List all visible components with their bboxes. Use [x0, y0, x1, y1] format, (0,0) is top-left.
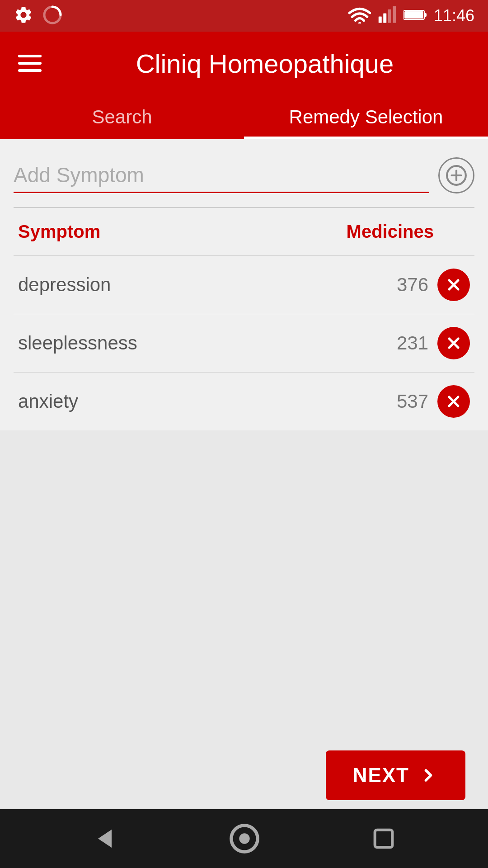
row-right: 376 — [397, 269, 470, 301]
symptom-label: depression — [18, 274, 111, 296]
next-button[interactable]: NEXT — [326, 750, 465, 800]
menu-icon[interactable] — [18, 55, 42, 72]
plus-icon — [445, 164, 468, 187]
table-header: Symptom Medicines — [14, 208, 474, 255]
svg-rect-2 — [379, 17, 382, 23]
medicine-count: 537 — [397, 391, 428, 412]
remove-button[interactable] — [437, 327, 470, 359]
chevron-right-icon — [418, 765, 438, 785]
main-content: Symptom Medicines depression 376 sleeple… — [0, 139, 488, 430]
empty-area — [0, 430, 488, 792]
status-bar: 11:46 — [0, 0, 488, 32]
row-right: 231 — [397, 327, 470, 359]
medicine-count: 231 — [397, 332, 428, 354]
wifi-icon — [348, 6, 371, 25]
search-input-row — [14, 157, 474, 198]
svg-rect-4 — [388, 9, 391, 23]
nav-home-button[interactable] — [229, 823, 260, 854]
symptom-label: sleeplessness — [18, 332, 137, 354]
tab-search[interactable]: Search — [0, 95, 244, 139]
status-time: 11:46 — [434, 6, 474, 25]
remove-button[interactable] — [437, 385, 470, 418]
signal-icon — [378, 5, 397, 26]
home-circle-icon — [229, 823, 260, 854]
nav-back-button[interactable] — [91, 825, 118, 852]
spinner-icon — [42, 5, 62, 27]
status-bar-right: 11:46 — [348, 5, 474, 26]
svg-rect-7 — [404, 11, 423, 19]
bottom-nav — [0, 809, 488, 868]
svg-rect-8 — [424, 13, 427, 17]
svg-marker-18 — [98, 830, 112, 848]
table-row: anxiety 537 — [14, 372, 474, 430]
close-icon — [445, 334, 463, 352]
remove-button[interactable] — [437, 269, 470, 301]
symptom-label: anxiety — [18, 391, 78, 412]
medicine-count: 376 — [397, 274, 428, 296]
tab-remedy-selection[interactable]: Remedy Selection — [244, 95, 488, 139]
recents-icon — [371, 826, 397, 852]
header-symptom: Symptom — [18, 222, 100, 242]
add-symptom-button[interactable] — [438, 157, 474, 193]
svg-point-1 — [358, 22, 361, 24]
symptom-table: Symptom Medicines depression 376 sleeple… — [14, 208, 474, 430]
back-icon — [91, 825, 118, 852]
table-row: sleeplessness 231 — [14, 314, 474, 372]
app-bar: Cliniq Homeopathique — [0, 32, 488, 95]
svg-rect-5 — [393, 6, 396, 23]
tabs: Search Remedy Selection — [0, 95, 488, 139]
close-icon — [445, 276, 463, 294]
close-icon — [445, 392, 463, 410]
status-bar-left — [14, 5, 62, 27]
svg-rect-3 — [383, 14, 386, 23]
table-row: depression 376 — [14, 255, 474, 314]
header-medicines: Medicines — [347, 222, 434, 242]
app-title: Cliniq Homeopathique — [60, 48, 470, 79]
nav-recents-button[interactable] — [371, 826, 397, 852]
svg-point-20 — [239, 833, 249, 844]
symptom-input[interactable] — [14, 158, 429, 193]
battery-icon — [404, 6, 427, 25]
next-btn-container: NEXT — [326, 750, 465, 800]
svg-rect-21 — [375, 830, 393, 848]
row-right: 537 — [397, 385, 470, 418]
gear-icon — [14, 5, 33, 27]
